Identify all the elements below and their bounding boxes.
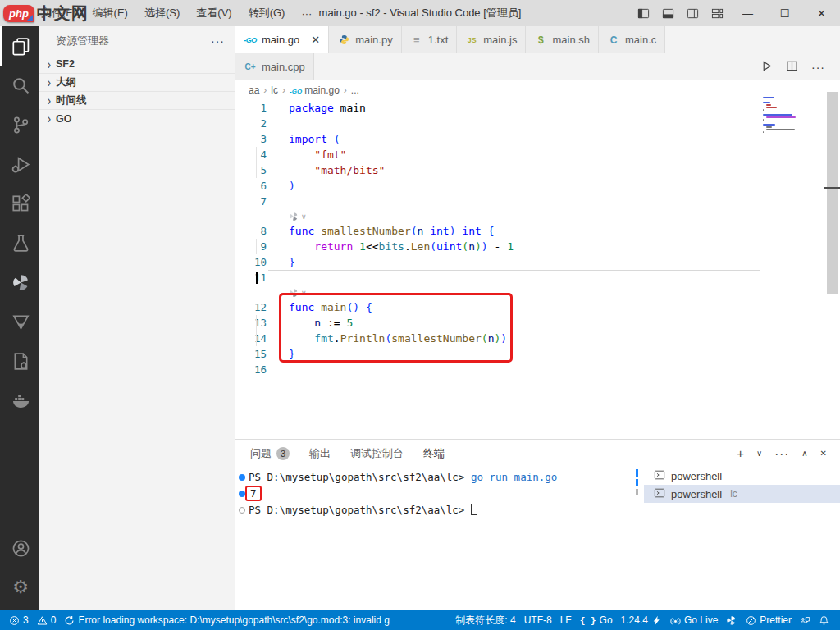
activity-source-control-icon[interactable] — [0, 105, 39, 144]
statusbar-lingma[interactable] — [722, 615, 742, 626]
code-text: package main — [289, 100, 366, 116]
more-icon[interactable]: ··· — [774, 446, 789, 460]
terminal-overview-mark — [636, 489, 638, 495]
tab-close-icon[interactable]: ✕ — [311, 34, 320, 46]
menu-item-3[interactable]: 选择(S) — [136, 0, 188, 26]
menu-item-2[interactable]: 编辑(E) — [84, 0, 136, 26]
breadcrumb-item-main.go[interactable]: -GOmain.go — [290, 84, 340, 96]
activity-docker-icon[interactable] — [0, 381, 39, 420]
breadcrumb-item-...[interactable]: ... — [351, 84, 359, 96]
terminal-line-3: PS D:\mysetup\gopath\src\sf2\aa\lc> — [235, 502, 637, 518]
activity-live-server-icon[interactable] — [0, 302, 39, 341]
tab-1.txt[interactable]: ≡1.txt — [402, 26, 458, 53]
statusbar-lf[interactable]: LF — [556, 614, 576, 626]
sidebar-section-时间线[interactable]: ›时间线 — [39, 91, 235, 109]
activity-extensions-icon[interactable] — [0, 184, 39, 223]
php-cn-logo-text: 中文网 — [37, 2, 89, 25]
terminal-list-item-2[interactable]: powershelllc — [644, 485, 840, 503]
run-button[interactable] — [760, 60, 773, 75]
code-area[interactable]: 1package main23import (4 "fmt"5 "math/bi… — [235, 100, 840, 439]
current-line-highlight — [268, 270, 760, 285]
command-decoration-filled[interactable] — [239, 474, 245, 481]
activity-bar: ⚙ — [0, 26, 39, 610]
line-number: 9 — [235, 239, 267, 254]
line-number: 3 — [235, 131, 267, 147]
activity-lingma-icon[interactable] — [0, 262, 39, 302]
minimap[interactable] — [763, 97, 796, 136]
statusbar-utf-8[interactable]: UTF-8 — [520, 614, 556, 626]
menu-item-4[interactable]: 查看(V) — [188, 0, 240, 26]
statusbar-bell[interactable] — [815, 615, 833, 626]
maximize-icon[interactable]: ∧ — [801, 449, 807, 458]
minimize-button[interactable]: — — [729, 0, 766, 26]
toggle-secondary-sidebar-icon[interactable] — [680, 0, 705, 26]
sidebar-section-GO[interactable]: ›GO — [39, 109, 235, 127]
ai-codelens-button[interactable]: ∨ — [235, 209, 840, 223]
new-terminal-icon[interactable]: + — [737, 446, 744, 460]
sidebar-more-button[interactable]: ··· — [211, 34, 225, 48]
more-actions-icon[interactable]: ··· — [811, 61, 825, 74]
scrollbar-decoration — [824, 187, 840, 189]
statusbar-feedback[interactable] — [796, 615, 815, 626]
activity-run-debug-icon[interactable] — [0, 144, 39, 184]
command-decoration-filled[interactable] — [239, 491, 245, 497]
customize-layout-icon[interactable] — [705, 0, 729, 26]
line-number: 1 — [235, 100, 267, 116]
statusbar-1-24-4[interactable]: 1.24.4 — [617, 614, 666, 626]
sidebar-section-SF2[interactable]: ›SF2 — [39, 55, 235, 73]
statusbar-error-left-1[interactable]: 3 — [5, 614, 33, 626]
split-editor-icon[interactable] — [786, 60, 798, 75]
menu-item-6[interactable]: ··· — [293, 0, 320, 26]
toggle-sidebar-icon[interactable] — [631, 0, 655, 26]
activity-explorer-icon[interactable] — [0, 26, 39, 66]
code-line-3: 3import ( — [235, 131, 760, 147]
panel-tab-问题[interactable]: 问题3 — [250, 440, 290, 467]
line-number: 12 — [235, 299, 267, 315]
terminal-list-item-1[interactable]: powershell — [644, 467, 840, 485]
activity-search-icon[interactable] — [0, 66, 39, 105]
statusbar-制表符长度-4[interactable]: 制表符长度: 4 — [451, 614, 519, 628]
sidebar-section-大纲[interactable]: ›大纲 — [39, 73, 235, 91]
editor-area[interactable]: -GOmain.go✕main.py≡1.txtJSmain.js$main.s… — [235, 26, 840, 439]
terminal-cwd-label: lc — [730, 488, 737, 500]
panel-tab-调试控制台[interactable]: 调试控制台 — [350, 440, 404, 467]
activity-settings-icon[interactable]: ⚙ — [0, 568, 39, 607]
tab-main.go[interactable]: -GOmain.go✕ — [235, 26, 329, 53]
code-line-2: 2 — [235, 116, 760, 131]
statusbar-prettier[interactable]: Prettier — [742, 614, 796, 626]
minimap-line — [763, 109, 764, 111]
tab-main.py[interactable]: main.py — [329, 26, 402, 53]
editor-scrollbar[interactable] — [827, 92, 838, 294]
activity-accounts-icon[interactable] — [0, 528, 39, 568]
breadcrumb-item-lc[interactable]: lc — [271, 84, 278, 96]
breadcrumb-item-aa[interactable]: aa — [249, 84, 259, 96]
code-text: import ( — [289, 131, 340, 147]
tab-main.c[interactable]: Cmain.c — [599, 26, 665, 53]
minimap-line — [763, 124, 775, 126]
menu-item-5[interactable]: 转到(G) — [240, 0, 294, 26]
slash-icon — [746, 615, 756, 626]
activity-task-runner-icon[interactable] — [0, 341, 39, 381]
close-icon[interactable]: ✕ — [820, 449, 827, 458]
command-decoration-empty[interactable] — [239, 507, 245, 514]
tab-main.js[interactable]: JSmain.js — [457, 26, 526, 53]
toggle-panel-icon[interactable] — [655, 0, 680, 26]
panel-tab-终端[interactable]: 终端 — [423, 440, 445, 467]
tab-main.sh[interactable]: $main.sh — [526, 26, 599, 53]
statusbar-go[interactable]: { }Go — [576, 614, 617, 626]
dropdown-icon[interactable]: ∨ — [756, 449, 762, 458]
breadcrumb[interactable]: aa›lc›-GOmain.go›... — [235, 80, 840, 100]
maximize-button[interactable]: ☐ — [766, 0, 803, 26]
statusbar-go-live[interactable]: Go Live — [666, 614, 722, 626]
terminal-line-2: 7 — [235, 486, 637, 502]
explorer-sidebar: 资源管理器 ··· ›SF2›大纲›时间线›GO — [39, 26, 235, 610]
activity-testing-icon[interactable] — [0, 223, 39, 262]
tab-main.cpp[interactable]: C+main.cpp — [235, 53, 314, 80]
statusbar-warning-left-2[interactable]: 0 — [33, 614, 61, 626]
close-button[interactable]: ✕ — [803, 0, 840, 26]
panel-tab-输出[interactable]: 输出 — [309, 440, 331, 467]
editor-tabs-row-1: -GOmain.go✕main.py≡1.txtJSmain.js$main.s… — [235, 26, 840, 53]
bell-icon — [819, 615, 829, 626]
statusbar-sync-left-3[interactable]: Error loading workspace: D:\mysetup\gopa… — [60, 614, 394, 626]
terminal-output[interactable]: PS D:\mysetup\gopath\src\sf2\aa\lc> go r… — [235, 469, 637, 518]
